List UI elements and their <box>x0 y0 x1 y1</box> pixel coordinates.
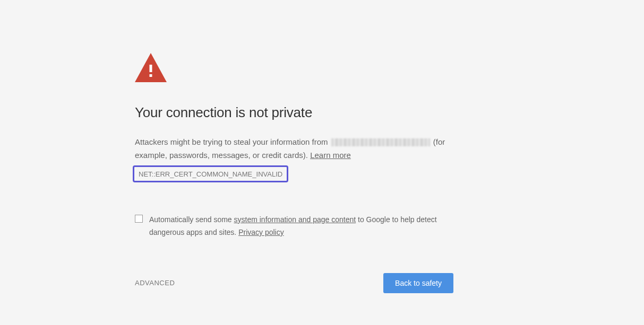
button-row: ADVANCED Back to safety <box>135 273 453 293</box>
body-prefix: Attackers might be trying to steal your … <box>135 137 330 146</box>
redacted-domain <box>331 138 430 146</box>
warning-triangle-icon <box>135 53 453 84</box>
error-code-highlight: NET::ERR_CERT_COMMON_NAME_INVALID <box>133 165 288 182</box>
system-info-link[interactable]: system information and page content <box>234 215 356 224</box>
warning-body: Attackers might be trying to steal your … <box>135 136 453 162</box>
reporting-section: Automatically send some system informati… <box>135 213 453 239</box>
svg-rect-2 <box>150 74 152 77</box>
privacy-policy-link[interactable]: Privacy policy <box>238 228 284 236</box>
back-to-safety-button[interactable]: Back to safety <box>383 273 453 293</box>
error-code: NET::ERR_CERT_COMMON_NAME_INVALID <box>139 170 282 178</box>
ssl-warning-interstitial: Your connection is not private Attackers… <box>135 0 453 293</box>
learn-more-link[interactable]: Learn more <box>310 151 351 160</box>
svg-rect-1 <box>150 65 152 72</box>
reporting-checkbox[interactable] <box>135 215 143 223</box>
page-title: Your connection is not private <box>135 104 453 121</box>
reporting-text: Automatically send some system informati… <box>149 213 453 239</box>
reporting-prefix: Automatically send some <box>149 215 234 224</box>
advanced-button[interactable]: ADVANCED <box>135 279 175 287</box>
